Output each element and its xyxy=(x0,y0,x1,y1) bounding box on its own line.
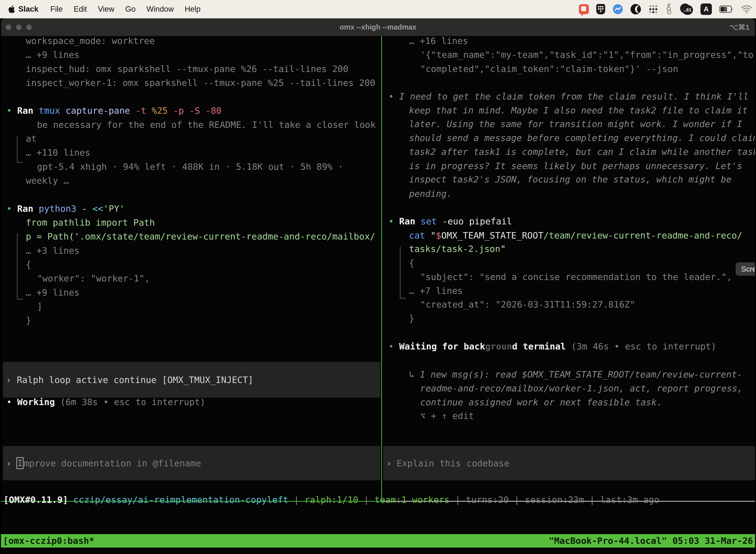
menu-item-go[interactable]: Go xyxy=(125,5,135,14)
left-pane-line: weekly … xyxy=(26,174,69,188)
terminal-text-segment: … +9 lines xyxy=(26,287,80,297)
output-connector xyxy=(17,233,18,299)
terminal-text-segment: • xyxy=(388,91,399,102)
terminal-text-segment: should send a message before completing … xyxy=(409,133,755,143)
terminal-text-segment: at xyxy=(26,133,37,144)
menu-item-edit[interactable]: Edit xyxy=(74,5,87,14)
terminal-text-segment: • xyxy=(388,216,399,226)
terminal-text-segment: | xyxy=(450,495,466,505)
chat-icon[interactable] xyxy=(579,4,589,14)
terminal-text-segment: readme-and-reco/mailbox/worker-1.json, a… xyxy=(420,383,743,393)
terminal-text-segment: [OMX#0.11.9] xyxy=(3,495,68,505)
terminal-text-segment: is in progress? It seems likely but perh… xyxy=(409,161,742,171)
terminal-text-segment: pending. xyxy=(409,189,452,199)
shield-grid-icon[interactable] xyxy=(596,4,605,14)
terminal-text-segment: workspace_mode: worktree xyxy=(26,36,155,46)
terminal-text-segment: groun xyxy=(485,341,512,351)
terminal-text-segment: $ xyxy=(436,230,441,240)
terminal-text-segment: (6m 38s • esc to interrupt) xyxy=(55,397,205,407)
apple-logo-icon[interactable] xyxy=(8,5,15,13)
input-source-label: A xyxy=(704,5,709,13)
left-pane-line: { xyxy=(26,258,31,272)
menu-items: SlackFileEditViewGoWindowHelp xyxy=(18,5,211,14)
terminal-text-segment: cat xyxy=(409,230,431,240)
tmux-session-label: [omx-cczip0:bash* xyxy=(3,534,94,548)
terminal-text-segment: be necessary for the end of the README. … xyxy=(37,120,376,130)
terminal-text-segment: "subject": "send a concise recommendatio… xyxy=(420,272,732,282)
terminal-text-segment: session:23m xyxy=(525,495,584,505)
screen-tooltip: Scre xyxy=(736,262,755,276)
right-pane-line: cat "$OMX_TEAM_STATE_ROOT/team/review-cu… xyxy=(409,229,742,242)
menu-item-file[interactable]: File xyxy=(50,5,63,14)
terminal-text-segment: "created_at": "2026-03-31T11:59:27.816Z" xyxy=(420,299,635,310)
left-pane-line: … +9 lines xyxy=(26,48,80,62)
terminal-text-segment: | xyxy=(584,495,600,505)
terminal-text-segment: • xyxy=(6,204,17,214)
menu-item-slack[interactable]: Slack xyxy=(18,5,39,14)
left-pane-line: from pathlib import Path xyxy=(26,216,155,230)
prompt-chevron: › xyxy=(6,375,11,385)
left-pane-line: ] xyxy=(37,299,43,314)
prompt-chevron: › xyxy=(6,458,11,468)
left-pane-line: … +3 lines xyxy=(26,244,80,258)
left-pane-line: } xyxy=(26,314,31,327)
terminal-text-segment: keep that in mind. Maybe I also need the… xyxy=(409,105,748,115)
terminal-text-segment: later. Using the same for transition mig… xyxy=(409,119,742,129)
dark-crescent-icon[interactable] xyxy=(630,4,641,14)
terminal-text-segment: | xyxy=(289,495,305,505)
squiggle-icon[interactable] xyxy=(666,3,673,15)
terminal-content[interactable]: workspace_mode: worktree… +9 linesinspec… xyxy=(1,36,755,554)
messenger-icon[interactable] xyxy=(613,4,623,14)
terminal-text-segment: python3 xyxy=(39,204,82,214)
terminal-text-segment: … +16 lines xyxy=(409,36,468,46)
terminal-text-segment: | xyxy=(359,495,375,505)
left-pane-line: … +110 lines xyxy=(26,146,90,160)
ralph-loop-banner: › Ralph loop active continue [OMX_TMUX_I… xyxy=(3,362,380,398)
terminal-text-segment: -p -S -80 xyxy=(173,106,222,116)
battery-icon[interactable] xyxy=(719,5,734,13)
terminal-text-segment xyxy=(68,495,73,505)
left-pane-input[interactable]: › I mprove documentation in @filename xyxy=(3,446,380,480)
terminal-text-segment: Working xyxy=(17,397,55,407)
terminal-text-segment: continue assigned work or next feasible … xyxy=(420,397,662,407)
terminal-text-segment: { xyxy=(26,259,31,270)
terminal-text-segment: " xyxy=(431,230,436,240)
menu-item-help[interactable]: Help xyxy=(185,5,201,14)
terminal-text-segment: 1 new msg(s): read $OMX_TEAM_STATE_ROOT/… xyxy=(420,369,742,380)
left-pane-line: be necessary for the end of the README. … xyxy=(37,118,376,132)
terminal-text-segment: " xyxy=(500,244,506,254)
window-titlebar[interactable]: omx --xhigh --madmax ⌥⌘1 xyxy=(1,18,755,36)
terminal-text-segment: } xyxy=(26,315,31,325)
right-pane-line: • Ran set -euo pipefail xyxy=(388,214,512,228)
wifi-icon[interactable] xyxy=(741,5,752,13)
terminal-text-segment: "worker": "worker-1", xyxy=(37,273,150,283)
left-pane-line: at xyxy=(26,132,37,146)
badge-61-icon[interactable]: ..61 xyxy=(680,3,693,15)
right-pane-line: { xyxy=(409,256,415,270)
right-pane-line: task2 after task1 is complete, but can I… xyxy=(409,145,755,159)
dots-grid-icon[interactable] xyxy=(648,4,658,14)
terminal-text-segment: … +3 lines xyxy=(26,245,80,256)
left-pane-line: inspect_worker-1: omx sparkshell --tmux-… xyxy=(26,76,375,90)
right-pane-line: keep that in mind. Maybe I also need the… xyxy=(409,104,748,117)
terminal-text-segment: tmux xyxy=(39,106,65,116)
terminal-text-segment: inspect_worker-1: omx sparkshell --tmux-… xyxy=(26,78,375,88)
right-pane-input[interactable]: › Explain this codebase xyxy=(383,446,755,480)
terminal-text-segment: capture-pane xyxy=(65,106,135,116)
terminal-text-segment: from pathlib import Path xyxy=(26,217,155,228)
terminal-text-segment: Waiting for back xyxy=(399,341,485,351)
pane-divider[interactable] xyxy=(381,36,382,502)
right-pane-line: "completed","claim_token":"claim-token"}… xyxy=(420,62,678,76)
right-pane-line: pending. xyxy=(409,187,452,201)
left-pane-line: • Ran tmux capture-pane -t %25 -p -S -80 xyxy=(6,104,222,118)
left-pane-line: p = Path('.omx/state/team/review-current… xyxy=(26,230,375,243)
input-source-icon[interactable]: A xyxy=(700,3,712,15)
terminal-text-segment: /team/review-current-readme-and-reco/ xyxy=(544,230,742,240)
menu-item-window[interactable]: Window xyxy=(146,5,174,14)
tmux-host-clock: "MacBook-Pro-44.local" 05:03 31-Mar-26 xyxy=(549,534,753,548)
terminal-text-segment: ralph:1/10 xyxy=(305,495,359,505)
menu-item-view[interactable]: View xyxy=(98,5,114,14)
left-input-placeholder: mprove documentation in @filename xyxy=(23,458,201,468)
right-pane-line: should send a message before completing … xyxy=(409,131,755,145)
terminal-text-segment: Ran xyxy=(399,216,421,226)
